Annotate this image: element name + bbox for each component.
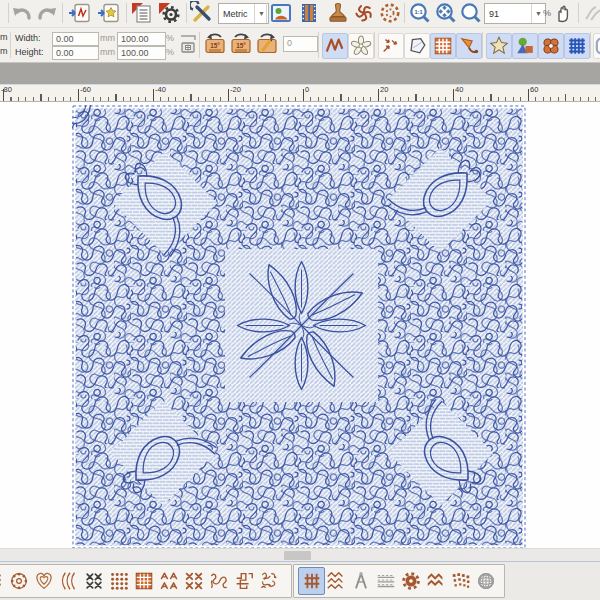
zoom-1to1-button[interactable]: 1:1 <box>408 1 432 25</box>
image-view-button[interactable] <box>269 1 293 25</box>
settings-button[interactable] <box>157 1 181 25</box>
blue-grid-icon <box>566 35 588 57</box>
metric-dropdown-value: Metric <box>223 9 248 19</box>
wrench-tools-icon <box>190 1 214 25</box>
separator <box>8 3 9 23</box>
angle-value: 0 <box>287 38 292 48</box>
quilt-block-design[interactable] <box>72 105 526 549</box>
pan-hand-button[interactable] <box>551 1 575 25</box>
rotate-right-15-button[interactable]: 15° <box>229 32 253 56</box>
motif-dense-meander[interactable] <box>256 568 281 594</box>
angle-input[interactable]: 0 <box>283 36 318 52</box>
rotate-left-15-icon: 15° <box>203 32 227 56</box>
separator <box>482 32 483 58</box>
height-unit: mm <box>100 47 115 57</box>
horizontal-scrollbar[interactable] <box>0 548 600 562</box>
separator <box>199 32 200 58</box>
motif-arcs[interactable] <box>56 568 81 594</box>
separator <box>318 32 319 58</box>
fill-wave-checker[interactable] <box>448 568 473 594</box>
fill-fence-selected[interactable] <box>298 567 325 595</box>
zoom-percent-combo[interactable]: 91 ▼ <box>484 3 546 24</box>
motif-dot-grid[interactable] <box>106 568 131 594</box>
x-pair-icon <box>183 570 205 592</box>
import-stitches-button[interactable] <box>66 1 93 25</box>
arc-motif-icon <box>58 570 80 592</box>
motif-meander[interactable] <box>206 568 231 594</box>
import-design-button[interactable] <box>95 1 122 25</box>
cross-quad-icon <box>83 570 105 592</box>
tools-button[interactable] <box>190 1 214 25</box>
rotate-left-15-button[interactable]: 15° <box>203 32 227 56</box>
design-canvas[interactable] <box>0 102 600 548</box>
undo-button[interactable] <box>10 1 34 25</box>
filled-grid-icon <box>133 570 155 592</box>
center-in-hoop-button[interactable] <box>176 32 200 56</box>
spray-tool-button-disabled[interactable] <box>582 1 600 25</box>
circular-selection-button[interactable] <box>378 1 402 25</box>
separator <box>10 32 11 58</box>
fill-chevron[interactable] <box>423 568 448 594</box>
rotate-right-angle-label: 15° <box>236 42 246 49</box>
fill-zigzag[interactable] <box>323 568 348 594</box>
waffle-fill-tool[interactable] <box>430 33 456 59</box>
tool-stitch-lines[interactable] <box>373 568 398 594</box>
flower-motif-tool[interactable] <box>348 33 374 59</box>
dot-grid-icon <box>108 570 130 592</box>
rotate-left-angle-label: 15° <box>210 42 220 49</box>
swirl-stitch-button[interactable] <box>352 1 376 25</box>
grid-tool[interactable] <box>564 33 590 59</box>
motif-key-meander[interactable] <box>231 568 256 594</box>
applique-brush-tool[interactable] <box>456 33 482 59</box>
metric-unit-dropdown[interactable]: Metric ▼ <box>218 3 269 24</box>
stamp-tool-button[interactable] <box>326 1 350 25</box>
separator <box>578 3 579 23</box>
center-flower-medallion <box>238 262 366 390</box>
zoom-tool-button[interactable] <box>459 1 483 25</box>
rotate-custom-button[interactable] <box>255 32 279 56</box>
motif-filled-grid[interactable] <box>131 568 156 594</box>
swirl-icon <box>352 1 376 25</box>
height-scale-input[interactable]: 100.00 <box>117 46 166 60</box>
fill-gear-motif[interactable] <box>398 568 423 594</box>
scrollbar-thumb[interactable] <box>284 551 311 560</box>
motif-x-pairs[interactable] <box>181 568 206 594</box>
star-icon <box>488 35 510 57</box>
horizontal-ruler: -80 -60 -40 -20 0 20 40 60 <box>0 85 600 102</box>
scatter-stitch-tool[interactable] <box>378 33 404 59</box>
tool-compass[interactable] <box>348 568 373 594</box>
motif-panel-fills <box>293 564 505 598</box>
percent-sign: % <box>543 8 551 18</box>
width-input[interactable]: 0.00 <box>52 32 99 46</box>
separator <box>404 3 405 23</box>
import-design-icon <box>97 1 121 25</box>
motif-doily[interactable] <box>6 568 31 594</box>
hoop-tool[interactable] <box>593 33 600 59</box>
separator <box>186 3 187 23</box>
fill-globe-mesh[interactable] <box>473 568 498 594</box>
width-label: Width: <box>15 33 41 43</box>
motif-cross-quad[interactable] <box>81 568 106 594</box>
zigzag-stitch-tool[interactable] <box>322 33 348 59</box>
rotate-custom-icon <box>255 32 279 56</box>
motif-triangle-pairs[interactable] <box>156 568 181 594</box>
stamp-icon <box>326 1 350 25</box>
ruler-label: -60 <box>80 85 91 94</box>
flower-cluster-tool[interactable] <box>538 33 564 59</box>
motif-pattern-partial[interactable] <box>0 568 5 594</box>
key-meander-icon <box>233 570 255 592</box>
polygon-tool[interactable] <box>404 33 430 59</box>
fence-fill-icon <box>301 570 323 592</box>
width-scale-input[interactable]: 100.00 <box>117 32 166 46</box>
zoom-fit-button[interactable] <box>434 1 458 25</box>
separator <box>374 32 375 58</box>
star-shape-tool[interactable] <box>486 33 512 59</box>
filmstrip-icon <box>297 1 321 25</box>
filmstrip-button[interactable] <box>297 1 321 25</box>
redo-button[interactable] <box>35 1 59 25</box>
document-options-button[interactable] <box>130 1 154 25</box>
height-input[interactable]: 0.00 <box>52 46 99 60</box>
basic-shapes-tool[interactable] <box>512 33 538 59</box>
motif-heart[interactable] <box>31 568 56 594</box>
workspace-gap <box>0 63 600 86</box>
